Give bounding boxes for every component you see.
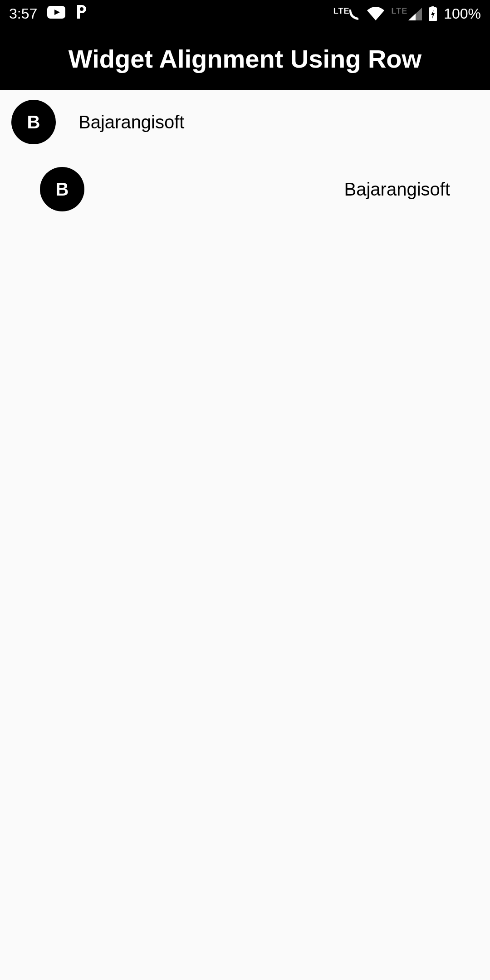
- app-bar: Widget Alignment Using Row: [0, 27, 490, 90]
- list-row: B Bajarangisoft: [0, 100, 490, 144]
- page-title: Widget Alignment Using Row: [69, 44, 421, 74]
- list-item-label: Bajarangisoft: [78, 112, 184, 132]
- avatar-letter: B: [56, 179, 69, 200]
- signal-lte-icon: LTE: [391, 7, 422, 20]
- p-icon: [75, 4, 87, 23]
- battery-percent: 100%: [444, 5, 481, 22]
- list-row: B Bajarangisoft: [0, 167, 490, 211]
- youtube-icon: [47, 5, 65, 22]
- avatar: B: [11, 100, 56, 144]
- body: B Bajarangisoft B Bajarangisoft: [0, 90, 490, 211]
- status-time: 3:57: [9, 5, 37, 22]
- lte-label-2: LTE: [391, 7, 407, 15]
- avatar: B: [40, 167, 84, 211]
- lte-label-1: LTE: [333, 7, 350, 15]
- status-right: LTE LTE 100%: [333, 5, 481, 22]
- list-item-label: Bajarangisoft: [344, 179, 450, 200]
- wifi-icon: [367, 7, 385, 20]
- svg-point-2: [80, 7, 83, 11]
- battery-charging-icon: [428, 6, 437, 21]
- status-bar: 3:57 LTE LTE: [0, 0, 490, 27]
- status-left: 3:57: [9, 4, 87, 23]
- phone-lte-icon: LTE: [333, 7, 361, 20]
- avatar-letter: B: [27, 112, 40, 132]
